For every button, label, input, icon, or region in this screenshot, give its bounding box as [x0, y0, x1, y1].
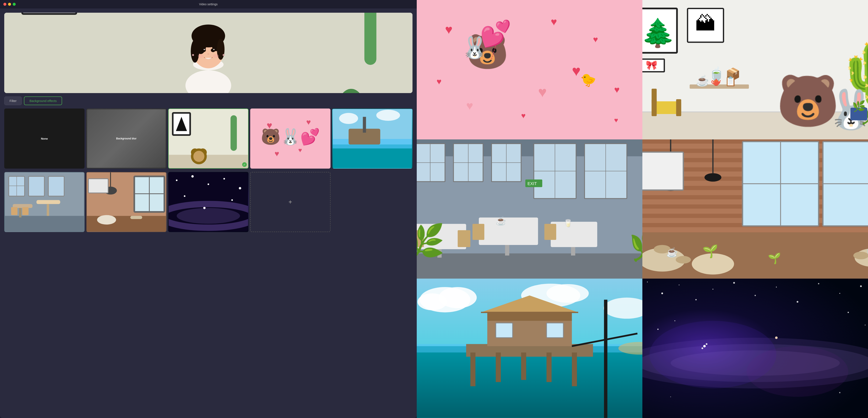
- thumbnails-grid-row2: +: [4, 172, 412, 232]
- svg-point-245: [818, 283, 819, 284]
- svg-text:☕: ☕: [496, 216, 506, 226]
- svg-text:♥: ♥: [614, 116, 618, 124]
- svg-point-92: [176, 180, 177, 181]
- svg-text:♥: ♥: [614, 84, 619, 95]
- grey-cafe-svg: 🌿 🌿 EXIT ☕ 🥛: [417, 139, 642, 279]
- svg-point-95: [223, 178, 225, 179]
- bg-option-pink-cartoon[interactable]: 🐻 🐰 💕 ♥ ♥ ♥ ♥ ♥ ♥ ♥ ♥ ♥ ♥ 🐤: [417, 0, 642, 139]
- svg-rect-222: [521, 353, 526, 380]
- svg-point-65: [339, 113, 358, 124]
- svg-point-238: [679, 284, 679, 285]
- svg-point-101: [177, 208, 240, 224]
- svg-point-266: [702, 348, 703, 349]
- svg-rect-71: [36, 200, 60, 204]
- bg-option-bear-room[interactable]: 🌲 🏔 🎀 🌵 🐻 🐰 🍵 📦 🌿: [642, 0, 868, 139]
- right-panel: 🐻 🐰 💕 ♥ ♥ ♥ ♥ ♥ ♥ ♥ ♥ ♥ ♥ 🐤: [417, 0, 868, 418]
- thumb-blur-label: Background blur: [115, 136, 137, 141]
- thumb-ocean[interactable]: [332, 108, 412, 169]
- svg-rect-68: [5, 216, 84, 232]
- galaxy-svg: [642, 279, 868, 418]
- svg-rect-135: [676, 99, 681, 116]
- svg-rect-169: [472, 224, 484, 240]
- svg-rect-223: [547, 353, 552, 382]
- loft-cafe-svg: 🌱 🌱 ☕ 🍵: [642, 139, 868, 279]
- thumb-pink-hearts[interactable]: 🐻🐰💕 ♥ ♥ ♥ ♥: [250, 108, 331, 169]
- svg-text:♥: ♥: [267, 120, 272, 131]
- svg-text:♥: ♥: [298, 147, 302, 153]
- background-effects-tab[interactable]: Background effects: [24, 97, 62, 105]
- svg-point-257: [839, 392, 840, 393]
- svg-rect-199: [642, 152, 683, 190]
- thumb-hearts-svg: 🐻🐰💕 ♥ ♥ ♥ ♥: [251, 109, 330, 168]
- thumb-bear-room[interactable]: ✓: [168, 108, 249, 169]
- svg-rect-70: [19, 208, 22, 217]
- bg-option-ocean[interactable]: [417, 279, 642, 418]
- svg-point-89: [97, 215, 116, 225]
- thumb-none-label: None: [5, 109, 84, 168]
- svg-rect-145: [417, 253, 642, 279]
- thumb-cafe1[interactable]: [4, 172, 85, 232]
- svg-rect-136: [651, 89, 657, 103]
- svg-text:🌿: 🌿: [629, 228, 642, 263]
- svg-point-98: [231, 199, 233, 201]
- svg-rect-102: [417, 0, 642, 139]
- thumb-blur[interactable]: Background blur: [86, 108, 166, 169]
- svg-point-40: [207, 53, 210, 55]
- bg-option-cafe-grey[interactable]: 🌿 🌿 EXIT ☕ 🥛: [417, 139, 642, 279]
- thumb-space[interactable]: [168, 172, 249, 232]
- minimize-button[interactable]: [8, 3, 11, 6]
- svg-rect-8: [364, 13, 376, 65]
- svg-rect-64: [363, 117, 366, 133]
- svg-text:EXIT: EXIT: [527, 181, 537, 186]
- svg-point-236: [647, 282, 648, 282]
- svg-text:📋: 📋: [725, 76, 737, 87]
- svg-point-241: [733, 282, 735, 284]
- svg-rect-220: [470, 353, 475, 386]
- svg-rect-72: [47, 204, 49, 216]
- svg-rect-78: [11, 207, 18, 215]
- svg-point-253: [865, 325, 865, 325]
- preview-container: [4, 13, 412, 93]
- svg-rect-165: [551, 222, 597, 247]
- filter-tab[interactable]: Filter: [4, 97, 22, 105]
- bg-option-galaxy[interactable]: [642, 279, 868, 418]
- svg-rect-49: [230, 115, 237, 151]
- svg-point-38: [204, 49, 205, 50]
- pink-cartoon-svg: 🐻 🐰 💕 ♥ ♥ ♥ ♥ ♥ ♥ ♥ ♥ ♥ ♥ 🐤: [417, 0, 642, 139]
- svg-point-256: [670, 396, 671, 397]
- svg-rect-168: [458, 230, 470, 247]
- svg-text:♥: ♥: [551, 16, 557, 28]
- svg-text:🌱: 🌱: [768, 252, 781, 265]
- svg-point-215: [417, 293, 447, 310]
- svg-rect-211: [417, 346, 642, 418]
- person-preview: [65, 21, 351, 93]
- svg-point-244: [797, 301, 798, 303]
- svg-text:♥: ♥: [274, 149, 279, 158]
- svg-text:☕: ☕: [696, 74, 709, 87]
- svg-text:🐤: 🐤: [580, 73, 596, 88]
- svg-point-247: [860, 285, 862, 287]
- svg-rect-224: [572, 353, 577, 386]
- thumb-space-svg: [168, 172, 248, 232]
- traffic-lights: [3, 3, 16, 6]
- svg-rect-164: [505, 245, 509, 255]
- svg-point-43: [192, 54, 194, 56]
- thumb-cafe2[interactable]: [86, 172, 166, 232]
- svg-text:♥: ♥: [572, 63, 581, 79]
- svg-point-264: [703, 345, 706, 348]
- svg-point-94: [208, 183, 209, 185]
- svg-rect-170: [544, 224, 556, 240]
- thumb-none[interactable]: None: [4, 108, 85, 169]
- preview-area: [4, 13, 412, 93]
- thumb-add-custom[interactable]: +: [250, 172, 331, 232]
- fullscreen-button[interactable]: [13, 3, 16, 6]
- tab-row: Filter Background effects: [4, 97, 412, 105]
- bg-option-loft-cafe[interactable]: 🌱 🌱 ☕ 🍵: [642, 139, 868, 279]
- thumb-cafe1-svg: [5, 172, 84, 232]
- svg-point-239: [695, 299, 696, 301]
- svg-point-252: [848, 312, 849, 313]
- svg-text:🏔: 🏔: [695, 12, 715, 35]
- close-button[interactable]: [3, 3, 6, 6]
- svg-point-42: [213, 54, 219, 58]
- svg-point-66: [376, 110, 400, 121]
